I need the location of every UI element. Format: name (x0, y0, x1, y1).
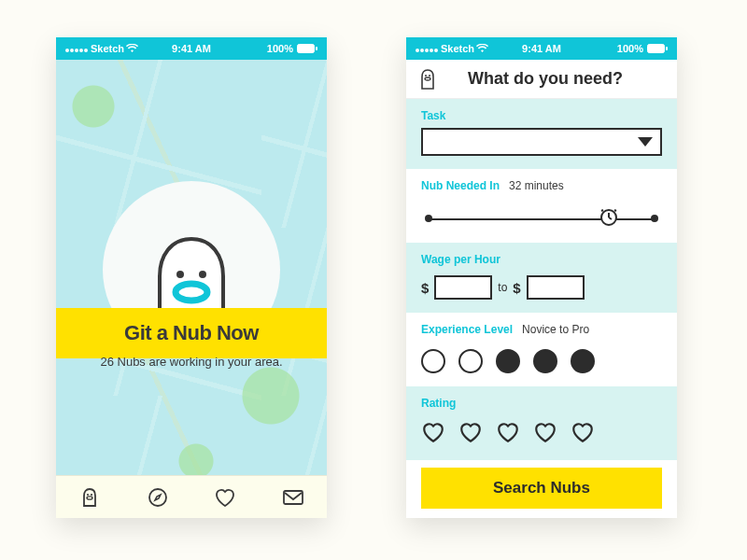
wifi-icon (476, 44, 488, 53)
task-section: Task (406, 99, 677, 169)
timing-label: Nub Needed In32 minutes (421, 179, 564, 192)
battery-label: 100% (617, 43, 643, 54)
clock-label: 9:41 AM (522, 43, 561, 54)
tab-favorites[interactable] (213, 485, 237, 510)
carrier-label: Sketch (441, 43, 474, 54)
nub-icon (78, 486, 101, 509)
task-label: Task (421, 109, 445, 122)
rating-section: Rating (406, 386, 677, 460)
svg-point-4 (176, 271, 184, 278)
page-title: What do you need? (447, 69, 643, 89)
experience-section: Experience LevelNovice to Pro (406, 313, 677, 386)
tab-bar (56, 475, 327, 518)
timing-value: 32 minutes (509, 179, 564, 192)
svg-point-6 (176, 284, 207, 301)
experience-dots[interactable] (421, 349, 662, 373)
wifi-icon (126, 44, 138, 53)
svg-rect-13 (666, 47, 668, 50)
svg-point-15 (429, 75, 430, 77)
svg-point-5 (199, 271, 206, 278)
carrier-label: Sketch (91, 43, 124, 54)
svg-rect-12 (648, 45, 665, 53)
rating-hearts[interactable] (421, 421, 662, 447)
svg-line-3 (225, 336, 244, 358)
clock-label: 9:41 AM (172, 43, 211, 54)
cta-banner[interactable]: Git a Nub Now (56, 308, 327, 358)
nub-small-icon (416, 67, 440, 91)
timing-slider[interactable] (421, 207, 662, 230)
exp-dot-3[interactable] (496, 349, 520, 373)
exp-dot-5[interactable] (571, 349, 595, 373)
rating-label: Rating (421, 397, 456, 410)
wage-label: Wage per Hour (421, 253, 500, 266)
wage-joiner: to (498, 281, 507, 294)
dollar-icon: $ (421, 280, 429, 296)
mail-icon (282, 488, 304, 507)
dollar-icon: $ (513, 280, 520, 296)
exp-dot-4[interactable] (533, 349, 557, 373)
heart-2[interactable] (458, 421, 483, 447)
status-bar: Sketch 9:41 AM 100% (56, 37, 327, 60)
heart-3[interactable] (496, 421, 520, 447)
search-nubs-button[interactable]: Search Nubs (421, 468, 662, 509)
battery-label: 100% (267, 43, 293, 54)
nub-mascot-icon (135, 233, 247, 358)
wage-min-input[interactable] (434, 275, 492, 300)
filter-screen: Sketch 9:41 AM 100% What do you need? Ta… (406, 37, 677, 518)
heart-1[interactable] (421, 421, 445, 447)
exp-dot-1[interactable] (421, 349, 445, 373)
wage-max-input[interactable] (527, 275, 585, 300)
experience-label: Experience LevelNovice to Pro (421, 323, 589, 336)
tab-explore[interactable] (146, 485, 170, 510)
exp-dot-2[interactable] (458, 349, 483, 373)
tab-home[interactable] (78, 485, 102, 510)
svg-point-7 (87, 493, 89, 495)
tab-messages[interactable] (281, 485, 305, 510)
battery-icon (297, 44, 317, 53)
svg-rect-1 (316, 47, 317, 50)
svg-point-14 (425, 75, 427, 77)
home-screen: Sketch 9:41 AM 100% Git a Nub Now (56, 37, 327, 518)
status-bar: Sketch 9:41 AM 100% (406, 37, 677, 60)
clock-icon (599, 206, 619, 227)
svg-point-10 (149, 489, 166, 506)
task-select[interactable] (421, 128, 662, 156)
svg-line-2 (139, 336, 158, 358)
svg-rect-0 (298, 45, 315, 53)
wage-section: Wage per Hour $ to $ (406, 243, 677, 313)
heart-5[interactable] (571, 421, 595, 447)
heart-4[interactable] (533, 421, 557, 447)
timing-section: Nub Needed In32 minutes (406, 169, 677, 243)
nub-avatar-badge (103, 181, 280, 358)
svg-point-9 (87, 496, 92, 498)
svg-point-16 (425, 77, 430, 80)
experience-value: Novice to Pro (522, 323, 589, 336)
svg-point-8 (91, 493, 92, 495)
area-count-label: 26 Nubs are working in your area. (56, 355, 327, 369)
compass-icon (147, 486, 169, 509)
map-view[interactable]: Git a Nub Now 26 Nubs are working in you… (56, 60, 327, 475)
battery-icon (647, 44, 668, 53)
screen-header: What do you need? (406, 60, 677, 99)
svg-rect-11 (284, 491, 303, 504)
slider-handle[interactable] (599, 206, 619, 231)
heart-icon (214, 487, 236, 508)
